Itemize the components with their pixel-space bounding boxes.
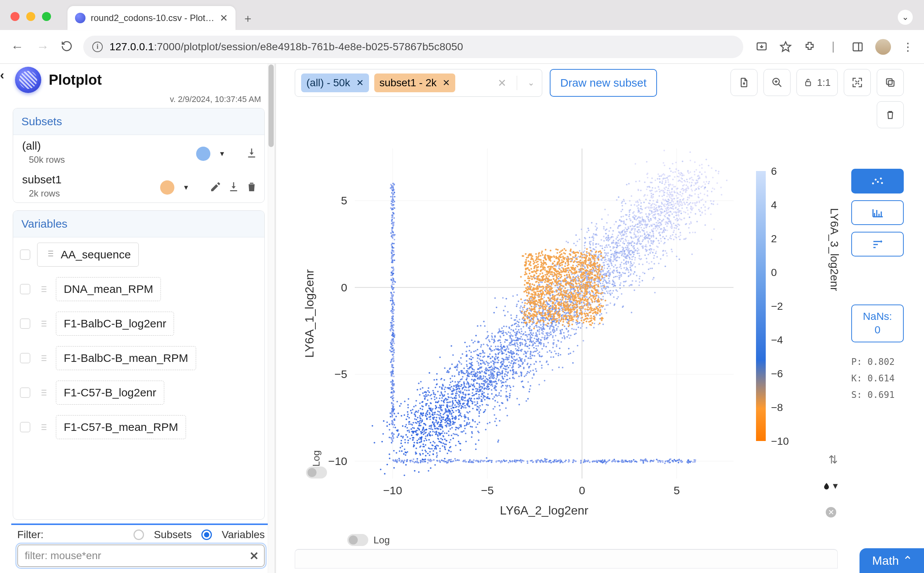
remove-chip-icon[interactable]: ✕ <box>356 78 364 88</box>
chip-dropdown-icon[interactable]: ⌄ <box>525 78 537 88</box>
variable-pill[interactable]: DNA_mean_RPM <box>56 277 161 301</box>
zoom-in-button[interactable] <box>763 69 791 96</box>
nan-counter[interactable]: NaNs: 0 <box>851 304 904 342</box>
close-window-icon[interactable] <box>11 12 19 21</box>
fullscreen-window-icon[interactable] <box>42 12 51 21</box>
x-log-toggle[interactable]: Log <box>347 534 389 546</box>
site-info-icon[interactable]: i <box>92 42 103 52</box>
y-log-toggle[interactable]: Log <box>306 452 327 479</box>
subset-row[interactable]: (all) 50k rows ▼ <box>13 135 264 169</box>
variable-checkbox[interactable] <box>20 387 30 398</box>
edit-subset-icon[interactable] <box>210 181 221 194</box>
variable-row[interactable]: DNA_mean_RPM <box>13 272 264 306</box>
svg-point-3072 <box>638 253 640 254</box>
filter-radio-subsets[interactable] <box>133 529 144 540</box>
variable-pill[interactable]: F1-C57-B_mean_RPM <box>56 415 186 439</box>
svg-point-6304 <box>558 317 560 319</box>
subset-row[interactable]: subset1 2k rows ▼ <box>13 169 264 202</box>
toggle-icon[interactable] <box>306 467 327 479</box>
subset-chip[interactable]: (all) - 50k ✕ <box>301 74 369 92</box>
delete-subset-icon[interactable] <box>245 181 257 194</box>
fit-view-button[interactable] <box>844 69 871 96</box>
svg-point-524 <box>478 415 480 417</box>
subsets-header[interactable]: Subsets <box>13 108 264 135</box>
filter-radio-variables-label[interactable]: Variables <box>222 529 265 541</box>
download-subset-icon[interactable] <box>245 147 257 161</box>
variable-pill[interactable]: F1-BalbC-B_log2enr <box>56 312 174 336</box>
install-app-icon[interactable] <box>755 41 768 53</box>
chrome-menu-button[interactable]: ⋮ <box>902 40 914 53</box>
subset-chip[interactable]: subset1 - 2k ✕ <box>374 74 456 92</box>
plot-canvas[interactable]: −10−505−10−505LY6A_2_log2enrLY6A_1_log2e… <box>295 141 846 523</box>
svg-point-5379 <box>575 280 577 282</box>
subset-color-dropdown-icon[interactable]: ▼ <box>183 184 189 192</box>
new-tab-button[interactable]: ＋ <box>242 11 253 30</box>
colorbar-axis-label[interactable]: LY6A_3_log2enr <box>828 208 841 291</box>
minimize-window-icon[interactable] <box>26 12 35 21</box>
colorbar-remove-icon[interactable]: ✕ <box>826 507 836 518</box>
address-bar[interactable]: i 127.0.0.1:7000/plotplot/session/e8e491… <box>83 36 743 58</box>
variable-row[interactable]: F1-C57-B_mean_RPM <box>13 410 264 445</box>
extensions-icon[interactable] <box>803 41 816 53</box>
variable-row[interactable]: F1-C57-B_log2enr <box>13 376 264 410</box>
download-subset-icon[interactable] <box>228 181 239 194</box>
close-tab-icon[interactable]: ✕ <box>220 13 228 24</box>
scatter-plot[interactable]: −10−505−10−505LY6A_2_log2enrLY6A_1_log2e… <box>295 141 924 546</box>
profile-avatar[interactable] <box>875 39 891 55</box>
variable-pill[interactable]: AA_sequence <box>37 243 139 267</box>
svg-point-4411 <box>391 359 393 360</box>
browser-tab[interactable]: round2_codons-10.csv - Plot… ✕ <box>67 6 236 30</box>
svg-point-1992 <box>474 421 476 423</box>
svg-point-3195 <box>455 367 457 368</box>
download-plot-button[interactable] <box>730 69 758 96</box>
tab-overflow-button[interactable]: ⌄ <box>898 10 913 25</box>
subset-color-swatch[interactable] <box>196 147 210 161</box>
draw-subset-button[interactable]: Draw new subset <box>550 69 657 97</box>
bookmark-icon[interactable] <box>779 41 792 53</box>
collapse-sidebar-button[interactable]: ‹ <box>0 64 8 573</box>
subset-color-swatch[interactable] <box>160 180 174 195</box>
subset-color-dropdown-icon[interactable]: ▼ <box>219 150 225 158</box>
filter-radio-variables[interactable] <box>202 529 212 540</box>
clear-all-chips-icon[interactable]: ✕ <box>495 77 509 89</box>
side-panel-icon[interactable] <box>851 41 864 53</box>
reload-button[interactable] <box>61 40 73 54</box>
svg-point-3019 <box>489 367 491 368</box>
variable-checkbox[interactable] <box>20 249 30 260</box>
expression-bar[interactable] <box>295 549 838 568</box>
filter-radio-subsets-label[interactable]: Subsets <box>154 529 192 541</box>
variable-checkbox[interactable] <box>20 284 30 294</box>
subset-chip-label: (all) - 50k <box>306 77 350 89</box>
duplicate-plot-button[interactable] <box>877 69 904 96</box>
sidebar-scrollbar-thumb[interactable] <box>269 64 274 147</box>
colorbar-swap-icon[interactable]: ⇅ <box>829 453 838 466</box>
math-panel-toggle[interactable]: Math ⌃ <box>860 548 924 573</box>
toggle-icon[interactable] <box>347 534 368 546</box>
remove-chip-icon[interactable]: ✕ <box>442 78 450 88</box>
histogram-mode-button[interactable] <box>851 200 904 225</box>
filter-input[interactable] <box>17 545 265 567</box>
svg-point-5783 <box>551 306 553 308</box>
svg-point-6301 <box>531 305 533 307</box>
variable-row[interactable]: F1-BalbC-B_log2enr <box>13 306 264 341</box>
svg-rect-1 <box>853 43 862 51</box>
aspect-ratio-button[interactable]: 1:1 <box>796 69 838 96</box>
svg-point-5126 <box>553 261 555 263</box>
variable-pill[interactable]: F1-C57-B_log2enr <box>56 380 164 405</box>
scatter-mode-button[interactable] <box>851 169 904 194</box>
variable-row[interactable]: F1-BalbC-B_mean_RPM <box>13 341 264 376</box>
variable-checkbox[interactable] <box>20 318 30 329</box>
variable-checkbox[interactable] <box>20 353 30 363</box>
svg-point-994 <box>581 323 583 325</box>
variable-checkbox[interactable] <box>20 422 30 432</box>
variables-header[interactable]: Variables <box>13 211 264 237</box>
back-button[interactable]: ← <box>10 39 25 54</box>
subset-chip-bar[interactable]: (all) - 50k ✕ subset1 - 2k ✕ ✕ ⌄ <box>295 69 542 97</box>
clear-filter-icon[interactable]: ✕ <box>249 550 259 562</box>
variable-pill[interactable]: F1-BalbC-B_mean_RPM <box>56 346 196 370</box>
variable-row[interactable]: AA_sequence <box>13 237 264 272</box>
rank-mode-button[interactable] <box>851 232 904 257</box>
sidebar-scrollbar[interactable] <box>268 64 275 573</box>
delete-plot-button[interactable] <box>877 101 904 128</box>
colorbar-color-dropdown[interactable]: ▾ <box>822 480 838 492</box>
